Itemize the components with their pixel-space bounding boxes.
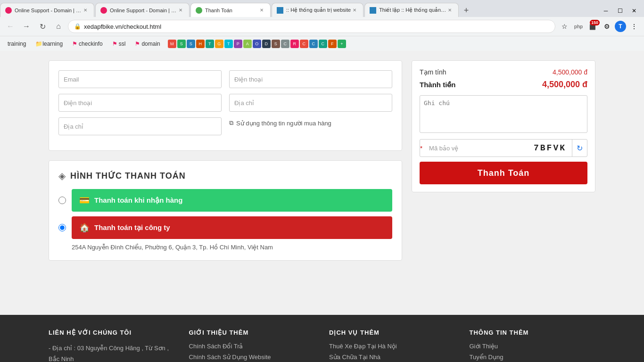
tab-3-favicon [196, 7, 202, 14]
phone-group-left [58, 94, 222, 112]
address-input-right[interactable] [229, 94, 392, 112]
phone-input-right[interactable] [229, 70, 392, 88]
tab-4-title: :: Hệ thống quản trị website [286, 7, 351, 13]
footer-col2-link-1[interactable]: Chính Sách Đổi Trả [189, 343, 315, 350]
tab-2-favicon [100, 7, 107, 14]
tab-4-close[interactable]: ✕ [351, 7, 358, 14]
bm-gray-icon[interactable]: C [281, 40, 289, 48]
tab-5-close[interactable]: ✕ [446, 7, 454, 14]
email-group [58, 70, 222, 88]
bm-teal-icon[interactable]: T [206, 40, 214, 48]
bm-orange2-icon[interactable]: F [328, 40, 337, 48]
tab-2[interactable]: Online Support - Domain | Host ✕ [95, 3, 190, 17]
payment-section-title: HÌNH THỨC THANH TOÁN [70, 171, 186, 181]
footer-col3-title: DỊCH VỤ THÊM [329, 329, 455, 336]
payment-option-office: 🏠 Thanh toán tại công ty [58, 216, 392, 239]
captcha-label: Mã bảo vệ [424, 145, 528, 152]
footer-col2-link-2[interactable]: Chính Sách Sử Dụng Website [189, 354, 315, 361]
bm-orange-icon[interactable]: H [196, 40, 205, 48]
phone-input-left[interactable] [58, 94, 222, 112]
close-button[interactable]: ✕ [628, 5, 640, 17]
footer-col-1: LIÊN HỆ VỚI CHÚNG TÔI - Địa chỉ : 03 Ngu… [49, 329, 175, 362]
bookmark-learning-label: learning [42, 41, 63, 47]
ext-150-icon[interactable]: ⬛ 150 [586, 20, 599, 33]
submit-label: Thanh Toán [478, 168, 530, 178]
browser-tabs: Online Support - Domain | Host ✕ Online … [0, 0, 644, 17]
bm-cyan-icon[interactable]: T [224, 40, 233, 48]
forward-button[interactable]: → [20, 20, 33, 33]
tab-5[interactable]: Thiết lập :: Hệ thống quản trị we... ✕ [364, 3, 459, 17]
bookmark-star-icon[interactable]: ☆ [558, 20, 570, 33]
office-icon: 🏠 [79, 222, 90, 233]
payment-btn-cod[interactable]: 💳 Thanh toán khi nhận hàng [72, 189, 392, 212]
profile-avatar[interactable]: T [615, 21, 626, 32]
tam-tinh-label: Tạm tính [420, 68, 446, 76]
footer-container: LIÊN HỆ VỚI CHÚNG TÔI - Địa chỉ : 03 Ngu… [39, 329, 605, 362]
bm-red2-icon[interactable]: C [300, 40, 308, 48]
tab-5-favicon [370, 7, 376, 14]
left-panel: ⧉ Sử dụng thông tin người mua hàng ◈ HÌN… [49, 60, 402, 261]
bm-pink-icon[interactable]: R [290, 40, 299, 48]
payment-btn-cod-label: Thanh toán khi nhận hàng [94, 196, 182, 205]
bookmark-ssl[interactable]: ⚑ ssl [108, 39, 130, 49]
home-button[interactable]: ⌂ [52, 20, 65, 33]
back-button[interactable]: ← [4, 20, 17, 33]
office-address: 254A Nguyễn Đình Chiểu, Phường 6, Quận 3… [58, 244, 392, 251]
footer-col3-link-2[interactable]: Sửa Chữa Tại Nhà [329, 354, 455, 361]
tab-4[interactable]: :: Hệ thống quản trị website ✕ [272, 3, 363, 17]
tab-2-close[interactable]: ✕ [177, 7, 184, 14]
use-buyer-info-link[interactable]: ⧉ Sử dụng thông tin người mua hàng [229, 119, 392, 127]
bookmark-learning[interactable]: 📁 learning [32, 39, 66, 49]
bm-yellow-icon[interactable]: G [215, 40, 223, 48]
menu-icon[interactable]: ⋮ [628, 20, 640, 33]
bookmark-domain[interactable]: ⚑ domain [131, 39, 164, 49]
bookmark-checkinfo[interactable]: ⚑ checkinfo [68, 39, 107, 49]
refresh-button[interactable]: ↻ [36, 20, 49, 33]
footer-col4-link-1[interactable]: Giới Thiệu [470, 343, 596, 350]
footer-col3-link-1[interactable]: Thuê Xe Đạp Tại Hà Nội [329, 343, 455, 350]
phone-address-row [58, 94, 392, 112]
bookmark-training[interactable]: training [4, 39, 30, 49]
address-text: xedapfbike.vn/checkout.html [84, 23, 549, 30]
bm-green-icon[interactable]: S [177, 40, 186, 48]
order-summary-card: Tạm tính 4,500,000 đ Thành tiền 4,500,00… [412, 60, 595, 192]
footer-col4-link-2[interactable]: Tuyển Dụng [470, 354, 596, 361]
bm-indigo-icon[interactable]: O [253, 40, 261, 48]
page-content: ⧉ Sử dụng thông tin người mua hàng ◈ HÌN… [0, 51, 644, 315]
address-input-left[interactable] [58, 117, 222, 135]
payment-section-icon: ◈ [58, 170, 66, 181]
bm-blue2-icon[interactable]: C [309, 40, 318, 48]
right-panel: Tạm tính 4,500,000 đ Thành tiền 4,500,00… [412, 60, 595, 261]
address-bar[interactable]: 🔒 xedapfbike.vn/checkout.html [68, 20, 555, 33]
tab-3-close[interactable]: ✕ [258, 7, 265, 14]
bookmark-domain-icon: ⚑ [135, 41, 140, 47]
bm-red-icon[interactable]: M [168, 40, 176, 48]
new-tab-button[interactable]: + [460, 4, 473, 17]
address-row: ⧉ Sử dụng thông tin người mua hàng [58, 117, 392, 135]
bm-brown-icon[interactable]: S [272, 40, 280, 48]
tab-1-close[interactable]: ✕ [82, 7, 89, 14]
bm-lime-icon[interactable]: A [243, 40, 252, 48]
submit-button[interactable]: Thanh Toán [420, 162, 587, 184]
tab-3[interactable]: Thanh Toán ✕ [190, 3, 271, 17]
minimize-button[interactable]: ─ [600, 5, 612, 17]
bm-teal2-icon[interactable]: C [319, 40, 327, 48]
php-icon[interactable]: php [572, 20, 585, 33]
bookmark-ssl-label: ssl [119, 41, 126, 47]
maximize-button[interactable]: ☐ [614, 5, 626, 17]
settings-icon[interactable]: ⚙ [601, 20, 613, 33]
bm-blue-icon[interactable]: S [187, 40, 195, 48]
bm-purple-icon[interactable]: P [234, 40, 242, 48]
email-input[interactable] [58, 70, 222, 88]
checkout-container: ⧉ Sử dụng thông tin người mua hàng ◈ HÌN… [39, 51, 605, 270]
payment-radio-office[interactable] [58, 224, 66, 231]
tab-1[interactable]: Online Support - Domain | Host ✕ [0, 3, 94, 17]
bm-dark-icon[interactable]: D [262, 40, 271, 48]
payment-radio-cod[interactable] [58, 197, 66, 204]
captcha-refresh-button[interactable]: ↻ [572, 139, 587, 157]
footer-col1-title: LIÊN HỆ VỚI CHÚNG TÔI [49, 329, 175, 336]
payment-btn-office[interactable]: 🏠 Thanh toán tại công ty [72, 216, 392, 239]
bookmark-domain-label: domain [141, 41, 160, 47]
note-textarea[interactable] [420, 95, 587, 133]
bm-green2-icon[interactable]: + [338, 40, 346, 48]
